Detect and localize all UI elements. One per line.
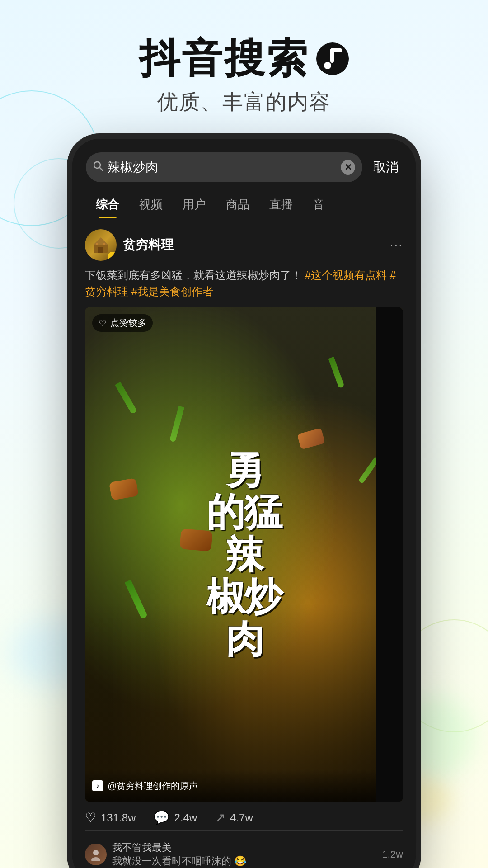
comment-icon: 💬 bbox=[154, 810, 169, 825]
audio-source-text: @贫穷料理创作的原声 bbox=[108, 780, 373, 792]
tab-navigation: 综合 视频 用户 商品 直播 音 bbox=[72, 182, 416, 218]
cancel-search-button[interactable]: 取消 bbox=[370, 159, 402, 176]
header-section: 抖音搜索 优质、丰富的内容 bbox=[0, 0, 488, 139]
tiktok-note-icon bbox=[323, 48, 342, 69]
comment-preview: 我不管我最美 我就没一次看时不咽唾沫的 😂 1.2w bbox=[85, 830, 403, 868]
phone-mockup: 辣椒炒肉 ✕ 取消 综合 视频 用户 商品 直播 bbox=[72, 139, 416, 868]
subtitle-text: 优质、丰富的内容 bbox=[0, 88, 488, 116]
phone-container: 辣椒炒肉 ✕ 取消 综合 视频 用户 商品 直播 bbox=[0, 139, 488, 868]
author-avatar: ✓ bbox=[85, 229, 117, 261]
share-stat[interactable]: ↗ 4.7w bbox=[215, 810, 253, 825]
verified-badge: ✓ bbox=[108, 252, 117, 261]
tab-live[interactable]: 直播 bbox=[259, 191, 303, 218]
main-title: 抖音搜索 bbox=[0, 36, 488, 81]
search-bar-row: 辣椒炒肉 ✕ 取消 bbox=[86, 152, 402, 182]
search-icon bbox=[93, 161, 103, 174]
tab-product[interactable]: 商品 bbox=[216, 191, 259, 218]
comment-likes-0: 1.2w bbox=[382, 849, 403, 860]
search-area: 辣椒炒肉 ✕ 取消 bbox=[72, 139, 416, 182]
svg-rect-7 bbox=[98, 247, 103, 253]
stats-row: ♡ 131.8w 💬 2.4w ↗ 4.7w bbox=[85, 802, 403, 830]
svg-point-10 bbox=[93, 850, 99, 855]
comment-count: 2.4w bbox=[174, 811, 197, 824]
comment-stat[interactable]: 💬 2.4w bbox=[154, 810, 197, 825]
share-icon: ↗ bbox=[215, 810, 225, 825]
comment-avatar-0 bbox=[85, 844, 107, 865]
content-area: ✓ 贫穷料理 ··· 下饭菜到底有多凶猛，就看这道辣椒炒肉了！ #这个视频有点料… bbox=[72, 218, 416, 868]
share-count: 4.7w bbox=[230, 811, 253, 824]
search-query-text: 辣椒炒肉 bbox=[108, 159, 336, 176]
svg-point-2 bbox=[324, 62, 331, 69]
svg-point-11 bbox=[91, 857, 100, 861]
svg-rect-9 bbox=[103, 243, 105, 245]
clear-search-button[interactable]: ✕ bbox=[341, 160, 355, 175]
app-title-text: 抖音搜索 bbox=[139, 36, 309, 81]
like-count: 131.8w bbox=[101, 811, 136, 824]
tab-comprehensive[interactable]: 综合 bbox=[86, 191, 129, 218]
heart-icon: ♡ bbox=[85, 810, 96, 825]
like-badge: ♡ 点赞较多 bbox=[92, 314, 153, 332]
like-badge-heart-icon: ♡ bbox=[99, 318, 107, 329]
more-options-icon[interactable]: ··· bbox=[390, 238, 403, 252]
author-row: ✓ 贫穷料理 ··· bbox=[85, 229, 403, 261]
search-input-wrap[interactable]: 辣椒炒肉 ✕ bbox=[86, 152, 362, 182]
tiktok-logo-badge bbox=[316, 42, 349, 75]
video-big-text: 勇的猛辣椒炒肉 bbox=[206, 449, 282, 660]
video-text-overlay: 勇的猛辣椒炒肉 bbox=[85, 307, 403, 802]
comment-meta-0: 我不管我最美 我就没一次看时不咽唾沫的 😂 bbox=[112, 841, 377, 868]
post-description: 下饭菜到底有多凶猛，就看这道辣椒炒肉了！ #这个视频有点料 #贫穷料理 #我是美… bbox=[85, 267, 403, 300]
tab-video[interactable]: 视频 bbox=[129, 191, 173, 218]
comment-text-0: 我就没一次看时不咽唾沫的 😂 bbox=[112, 854, 377, 868]
video-thumbnail[interactable]: 勇的猛辣椒炒肉 ♡ 点赞较多 ♪ @贫穷料理创作的原声 ▶ bbox=[85, 307, 403, 802]
comment-username-0: 我不管我最美 bbox=[112, 841, 377, 854]
video-bottom-bar: ♪ @贫穷料理创作的原声 ▶ bbox=[85, 769, 403, 802]
svg-rect-1 bbox=[330, 48, 342, 52]
svg-rect-8 bbox=[96, 243, 98, 245]
tiktok-small-logo: ♪ bbox=[92, 780, 103, 791]
svg-marker-6 bbox=[94, 237, 108, 245]
like-stat[interactable]: ♡ 131.8w bbox=[85, 810, 136, 825]
post-desc-plain: 下饭菜到底有多凶猛，就看这道辣椒炒肉了！ bbox=[85, 269, 302, 281]
svg-line-4 bbox=[99, 167, 103, 170]
author-name: 贫穷料理 bbox=[123, 236, 384, 254]
tab-sound[interactable]: 音 bbox=[303, 191, 334, 218]
dark-side-panel bbox=[376, 307, 403, 802]
comment-row-0: 我不管我最美 我就没一次看时不咽唾沫的 😂 1.2w bbox=[85, 837, 403, 868]
like-badge-text: 点赞较多 bbox=[110, 317, 146, 329]
tab-user[interactable]: 用户 bbox=[173, 191, 216, 218]
